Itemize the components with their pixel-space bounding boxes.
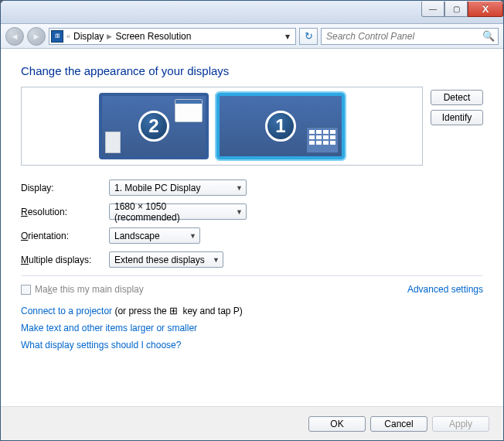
orientation-dropdown[interactable]: Landscape▼ xyxy=(109,227,200,244)
divider xyxy=(21,275,483,276)
search-input[interactable] xyxy=(325,30,482,43)
display-dropdown[interactable]: 1. Mobile PC Display▼ xyxy=(109,179,247,196)
display-arrangement-area[interactable]: 2 1 xyxy=(21,87,423,166)
chevron-down-icon: ▼ xyxy=(213,256,220,264)
titlebar: — ▢ X xyxy=(1,1,503,24)
chevron-right-icon: ▶ xyxy=(107,32,112,40)
maximize-button[interactable]: ▢ xyxy=(444,2,468,17)
ok-button[interactable]: OK xyxy=(308,416,366,432)
close-button[interactable]: X xyxy=(468,2,503,17)
resolution-label: Resolution: xyxy=(21,207,109,217)
monitor-number-2: 2 xyxy=(138,111,169,142)
chevron-icon: « xyxy=(66,32,70,40)
detect-button[interactable]: Detect xyxy=(431,90,483,105)
content: Change the appearance of your displays 2 xyxy=(1,49,503,354)
breadcrumb-display[interactable]: Display xyxy=(73,31,104,42)
monitor-number-1: 1 xyxy=(265,111,296,142)
address-bar[interactable]: ⊞ « Display ▶ Screen Resolution ▾ xyxy=(49,28,296,45)
identify-button[interactable]: Identify xyxy=(431,110,483,125)
control-panel-icon: ⊞ xyxy=(51,30,63,43)
orientation-label: Orientation: xyxy=(21,231,109,241)
text-size-link[interactable]: Make text and other items larger or smal… xyxy=(21,323,197,333)
multiple-displays-label: Multiple displays: xyxy=(21,255,109,265)
monitor-2[interactable]: 2 xyxy=(99,93,209,159)
search-icon[interactable]: 🔍 xyxy=(482,30,495,42)
connect-projector-link[interactable]: Connect to a projector xyxy=(21,306,112,316)
window: — ▢ X ◄ ► ⊞ « Display ▶ Screen Resolutio… xyxy=(0,0,504,441)
minimize-button[interactable]: — xyxy=(421,2,444,17)
refresh-button[interactable]: ↻ xyxy=(299,28,318,45)
display-label: Display: xyxy=(21,183,109,193)
help-links: Connect to a projector (or press the key… xyxy=(21,303,483,354)
help-choose-link[interactable]: What display settings should I choose? xyxy=(21,340,181,350)
apply-button[interactable]: Apply xyxy=(432,416,489,432)
resolution-dropdown[interactable]: 1680 × 1050 (recommended)▼ xyxy=(109,203,247,220)
monitor-1[interactable]: 1 xyxy=(216,93,345,159)
breadcrumb-screenres[interactable]: Screen Resolution xyxy=(115,31,191,42)
chevron-down-icon: ▼ xyxy=(236,208,243,216)
chevron-down-icon: ▼ xyxy=(189,232,196,240)
chevron-down-icon: ▼ xyxy=(236,184,243,192)
main-display-checkbox-label[interactable]: Make this my main display xyxy=(21,284,144,295)
back-button[interactable]: ◄ xyxy=(5,27,24,46)
advanced-settings-link[interactable]: Advanced settings xyxy=(407,284,483,295)
navbar: ◄ ► ⊞ « Display ▶ Screen Resolution ▾ ↻ … xyxy=(1,24,503,49)
main-display-checkbox[interactable] xyxy=(21,285,31,295)
multiple-displays-dropdown[interactable]: Extend these displays▼ xyxy=(109,251,223,268)
address-dropdown-icon[interactable]: ▾ xyxy=(281,31,294,42)
search-bar[interactable]: 🔍 xyxy=(321,28,499,45)
windows-key-icon xyxy=(169,305,180,314)
page-heading: Change the appearance of your displays xyxy=(21,64,483,77)
cancel-button[interactable]: Cancel xyxy=(370,416,427,432)
footer: OK Cancel Apply xyxy=(1,406,503,440)
forward-button[interactable]: ► xyxy=(27,27,46,46)
settings-form: Display: 1. Mobile PC Display▼ Resolutio… xyxy=(21,179,483,268)
